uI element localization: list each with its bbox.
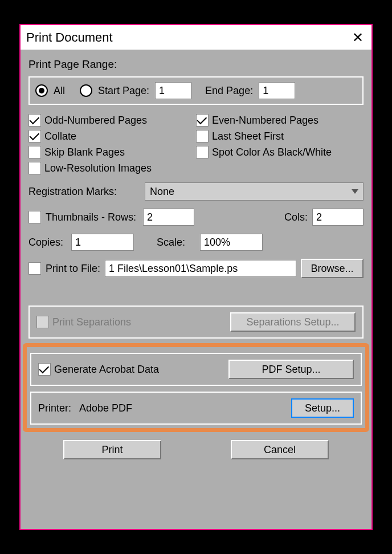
thumbnails-label: Thumbnails - Rows: (46, 211, 136, 223)
checkbox-low-res[interactable] (28, 162, 41, 174)
range-box: All Start Page: End Page: (28, 76, 364, 105)
reg-marks-label: Registration Marks: (28, 186, 140, 198)
printer-setup-button[interactable]: Setup... (291, 398, 354, 418)
printer-name: Adobe PDF (79, 402, 132, 414)
dialog-frame: Print Document ✕ Print Page Range: All S… (19, 24, 373, 530)
checkbox-collate[interactable] (28, 130, 41, 142)
scale-input[interactable] (200, 234, 263, 251)
checkbox-odd[interactable] (28, 114, 41, 127)
printer-label: Printer: (38, 402, 71, 414)
end-page-input[interactable] (259, 82, 295, 99)
bottom-buttons: Print Cancel (28, 435, 364, 467)
thumbnails-row: Thumbnails - Rows: Cols: (28, 209, 364, 226)
checkbox-grid: Odd-Numbered Pages Even-Numbered Pages C… (28, 114, 364, 174)
thumbnails-cols-input[interactable] (312, 209, 364, 226)
checkbox-print-to-file[interactable] (28, 262, 41, 275)
acrobat-label: Generate Acrobat Data (54, 364, 159, 376)
titlebar: Print Document ✕ (21, 25, 371, 50)
checkbox-skip-blank[interactable] (28, 146, 41, 158)
print-button[interactable]: Print (63, 440, 161, 459)
radio-all[interactable] (35, 84, 48, 97)
checkbox-even[interactable] (196, 114, 209, 127)
scale-label: Scale: (157, 237, 185, 249)
radio-start[interactable] (80, 84, 92, 97)
print-to-file-row: Print to File: Browse... (28, 259, 364, 278)
start-page-label: Start Page: (98, 85, 149, 97)
start-page-input[interactable] (155, 82, 191, 99)
copies-scale-row: Copies: Scale: (28, 234, 364, 251)
cancel-button[interactable]: Cancel (231, 440, 329, 459)
reg-marks-value: None (150, 186, 174, 198)
pdf-setup-button[interactable]: PDF Setup... (228, 360, 354, 379)
checkbox-last-first[interactable] (196, 130, 209, 142)
reg-marks-select[interactable]: None (145, 182, 364, 201)
checkbox-thumbnails[interactable] (28, 211, 41, 223)
checkbox-spot-bw[interactable] (196, 146, 209, 158)
end-page-label: End Page: (205, 85, 253, 97)
checkbox-separations (36, 316, 49, 328)
copies-label: Copies: (28, 237, 63, 249)
label-collate: Collate (44, 131, 76, 142)
range-label: Print Page Range: (28, 58, 364, 71)
print-to-file-input[interactable] (105, 260, 296, 277)
thumbnails-rows-input[interactable] (143, 209, 194, 226)
separations-setup-button[interactable]: Separations Setup... (230, 312, 356, 332)
printer-panel: Printer: Adobe PDF Setup... (30, 392, 362, 425)
browse-button[interactable]: Browse... (301, 259, 364, 278)
thumbnails-cols-label: Cols: (284, 211, 308, 223)
dialog-body: Print Page Range: All Start Page: End Pa… (21, 50, 371, 529)
chevron-down-icon (352, 189, 358, 194)
separations-label: Print Separations (52, 316, 131, 328)
dialog-title: Print Document (26, 30, 113, 45)
print-to-file-label: Print to File: (46, 263, 100, 275)
reg-marks-row: Registration Marks: None (28, 182, 364, 201)
label-spot-bw: Spot Color As Black/White (212, 146, 332, 158)
acrobat-panel: Generate Acrobat Data PDF Setup... (30, 353, 362, 386)
label-skip-blank: Skip Blank Pages (44, 146, 125, 158)
checkbox-acrobat[interactable] (38, 363, 51, 376)
separations-panel: Print Separations Separations Setup... (28, 305, 364, 339)
label-odd: Odd-Numbered Pages (44, 115, 147, 127)
label-last-first: Last Sheet First (212, 131, 284, 142)
label-even: Even-Numbered Pages (212, 115, 318, 127)
copies-input[interactable] (71, 234, 134, 251)
print-dialog: Print Document ✕ Print Page Range: All S… (21, 25, 371, 529)
close-icon[interactable]: ✕ (352, 31, 364, 44)
label-low-res: Low-Resolution Images (44, 162, 152, 174)
highlight-region: Generate Acrobat Data PDF Setup... Print… (23, 343, 369, 432)
radio-all-label: All (54, 85, 65, 97)
